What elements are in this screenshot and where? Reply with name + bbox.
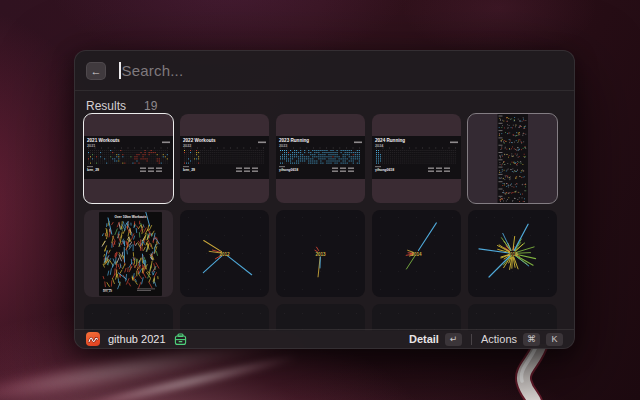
wallpaper-cable (478, 344, 608, 400)
result-card-partial[interactable] (84, 304, 173, 331)
results-label: Results (86, 99, 126, 113)
thumbnail-years-overview (468, 114, 557, 203)
result-card-2012[interactable]: 2012 (180, 210, 269, 297)
actions-label: Actions (481, 333, 517, 345)
thumb-username: ben_29 (183, 168, 195, 172)
thumbnail-partial (468, 304, 557, 331)
search-input[interactable]: Search... (122, 62, 184, 79)
poster-username: ben_29 (103, 290, 112, 293)
thumb-subtitle: 2024 (375, 144, 383, 148)
thumbnail-2024-running: 2024 Running 2024 yihong0618 (372, 136, 461, 179)
green-box-icon (174, 333, 187, 346)
result-card-2023-running[interactable]: 2023 Running 2023 yihong0618 (276, 114, 365, 203)
result-card-partial[interactable] (468, 304, 557, 331)
k-key-icon: K (546, 333, 563, 346)
text-cursor (119, 62, 121, 79)
detail-label: Detail (409, 333, 439, 345)
result-card-2021-workouts[interactable]: 2021 Workouts 2021 ben_29 (84, 114, 173, 203)
thumbnail-partial (84, 304, 173, 331)
thumb-subtitle: 2021 (87, 144, 95, 148)
raycast-window: ← Search... Results19 2021 Workouts 2021… (74, 50, 575, 349)
poster-title: Over 10km Workouts (99, 215, 162, 219)
results-row-3 (84, 304, 557, 331)
thumb-title: 2022 Workouts (183, 138, 216, 143)
burst-year-label: 2012 (219, 251, 229, 256)
thumbnail-2022-workouts: 2022 Workouts 2022 ben_29 (180, 136, 269, 179)
result-card-2014[interactable]: 2014 (372, 210, 461, 297)
result-card-2022-workouts[interactable]: 2022 Workouts 2022 ben_29 (180, 114, 269, 203)
thumbnail-partial (180, 304, 269, 331)
result-card-over-10km-workouts[interactable]: Over 10km Workouts ben_29 (84, 210, 173, 297)
burst-year-label: 2014 (411, 251, 421, 256)
result-card-years-overview[interactable] (468, 114, 557, 203)
result-card-partial[interactable] (276, 304, 365, 331)
thumbnail-partial (276, 304, 365, 331)
return-key-icon: ↵ (445, 333, 462, 346)
result-card-2013[interactable]: 2013 (276, 210, 365, 297)
results-area: Results19 2021 Workouts 2021 ben_29 2022… (75, 91, 574, 331)
thumb-username: yihong0618 (279, 168, 298, 172)
results-header: Results19 (86, 99, 157, 113)
result-card-2016[interactable]: 2016 (468, 210, 557, 297)
thumbnail-over-10km-poster: Over 10km Workouts ben_29 (99, 212, 162, 296)
search-bar: ← Search... (75, 51, 574, 91)
extension-title: github 2021 (108, 333, 166, 345)
footer-divider (471, 334, 472, 345)
results-count: 19 (144, 99, 157, 113)
thumbnail-2021-workouts: 2021 Workouts 2021 ben_29 (84, 136, 173, 179)
arrow-left-icon: ← (91, 65, 102, 77)
burst-year-label: 2016 (507, 251, 517, 256)
burst-year-label: 2013 (315, 251, 325, 256)
thumbnail-partial (372, 304, 461, 331)
results-row-1: 2021 Workouts 2021 ben_29 2022 Workouts … (84, 114, 557, 203)
result-card-partial[interactable] (372, 304, 461, 331)
actions-menu-button[interactable]: Actions ⌘ K (481, 333, 563, 346)
results-row-2: Over 10km Workouts ben_29 2012 2013 2014… (84, 210, 557, 297)
detail-action-button[interactable]: Detail ↵ (409, 333, 462, 346)
result-card-partial[interactable] (180, 304, 269, 331)
action-bar: github 2021 Detail ↵ Actions ⌘ K (75, 329, 574, 348)
thumb-username: ben_29 (87, 168, 99, 172)
cmd-key-icon: ⌘ (523, 333, 540, 346)
thumb-username: yihong0618 (375, 168, 394, 172)
result-card-2024-running[interactable]: 2024 Running 2024 yihong0618 (372, 114, 461, 203)
workout-route-icon (86, 332, 100, 346)
thumb-title: 2024 Running (375, 138, 405, 143)
thumb-subtitle: 2023 (279, 144, 287, 148)
thumb-title: 2023 Running (279, 138, 309, 143)
thumb-title: 2021 Workouts (87, 138, 120, 143)
thumb-subtitle: 2022 (183, 144, 191, 148)
back-button[interactable]: ← (86, 62, 106, 80)
thumbnail-2023-running: 2023 Running 2023 yihong0618 (276, 136, 365, 179)
